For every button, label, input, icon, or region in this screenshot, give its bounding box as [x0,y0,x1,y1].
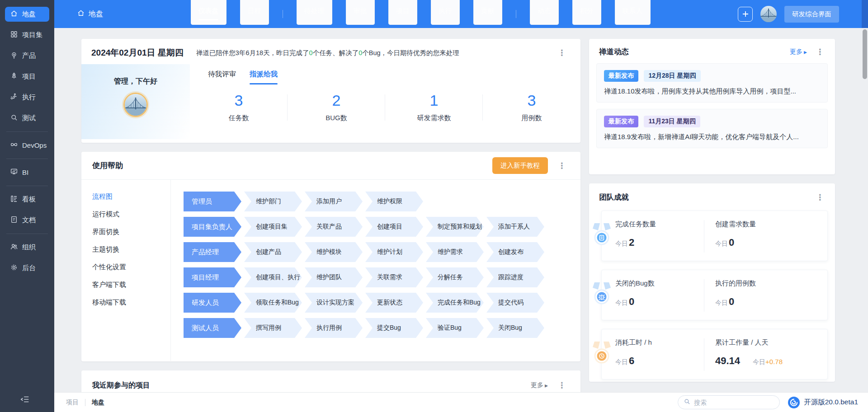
stat-value: 3 [190,93,288,108]
nav-item-contacts[interactable]: 联系人 [615,0,651,25]
search-input[interactable] [694,399,766,406]
card-menu-icon[interactable]: ⋮ [556,48,568,58]
sidebar: 地盘 项目集 产品 项目 执行 测试 [0,0,54,412]
flow-step: 创建项目集 [244,217,302,237]
flow-step: 创建发布 [486,242,544,262]
today-date: 2024年02月01日 星期四 [91,47,184,59]
sidebar-item-devops[interactable]: DevOps [5,138,49,153]
tutorial-button[interactable]: 进入新手教程 [492,157,548,174]
help-menu-theme-switch[interactable]: 主题切换 [92,241,170,258]
chart-board-icon [10,168,18,177]
card-menu-icon[interactable]: ⋮ [556,161,568,171]
achievement-prefix: 今日 [753,358,765,365]
flow-step: 设计实现方案 [305,293,363,313]
stat-bugs[interactable]: 2 BUG数 [288,93,385,122]
help-menu-mobile-client[interactable]: 移动端下载 [92,294,170,311]
sidebar-item-home[interactable]: 地盘 [5,7,49,22]
flow-step: 创建项目 [365,217,423,237]
sidebar-item-bi[interactable]: BI [5,165,49,180]
card-menu-icon[interactable]: ⋮ [814,47,826,57]
nav-item-dynamic[interactable]: 动态 [530,0,559,25]
message-part: 禅道已陪伴您3年6月18天，昨日完成了 [196,49,309,56]
flow-role: 管理员 [184,192,241,211]
recent-projects-title: 我近期参与的项目 [92,381,150,390]
more-link[interactable]: 更多▸ [790,48,807,56]
achievement-prefix: 今日 [615,358,628,366]
help-menu-flowchart[interactable]: 流程图 [92,188,170,206]
bulb-icon [10,51,18,61]
stat-stories[interactable]: 1 研发需求数 [385,93,483,122]
achievement-delta-value: +0.78 [765,358,783,365]
sidebar-item-label: 项目 [22,72,36,81]
news-date: 11月23日 星期四 [644,116,700,127]
nav-item-todo[interactable]: 待处理 [297,0,332,25]
help-card: 使用帮助 进入新手教程 ⋮ 流程图 运行模式 界面切换 主题切换 个性化设置 客… [81,152,580,361]
flow-row-developer: 研发人员 领取任务和Bug 设计实现方案 更新状态 完成任务和Bug 提交代码 [184,293,580,313]
stat-cases[interactable]: 3 用例数 [483,93,580,122]
nav-item-dashboard[interactable]: 仪表盘 [191,0,226,25]
flow-step: 维护权限 [365,192,423,211]
achievement-value: 49.14 [715,355,740,367]
nav-item-calendar[interactable]: 日程 [240,0,269,25]
sidebar-item-label: 产品 [22,52,36,60]
stat-label: BUG数 [288,114,385,122]
breadcrumb: 项目 地盘 [66,398,104,407]
sidebar-item-kanban[interactable]: 看板 [5,192,49,207]
achievement-prefix: 今日 [715,299,728,307]
news-item[interactable]: 最新发布 11月23日 星期四 禅道18.9发布啦，新增禅道AI聊天功能，优化客… [596,109,828,148]
search-box[interactable] [678,395,780,409]
flow-step: 维护需求 [426,242,484,262]
clock-medal-icon [591,340,612,369]
sidebar-item-admin[interactable]: 后台 [5,261,49,276]
achievement-prefix: 今日 [715,240,728,248]
sidebar-item-label: 测试 [22,114,36,122]
sidebar-item-project-sets[interactable]: 项目集 [5,28,49,42]
nav-item-contribution[interactable]: 贡献 [473,0,502,25]
breadcrumb-project[interactable]: 项目 [66,398,79,407]
avatar [123,93,148,117]
zentao-logo-icon[interactable] [788,397,800,408]
nav-item-score[interactable]: 积分 [572,0,601,25]
user-avatar[interactable] [760,6,777,22]
stat-tasks[interactable]: 3 任务数 [190,93,288,122]
page-scrollbar[interactable] [862,0,868,412]
flow-step: 完成任务和Bug [426,293,484,313]
sidebar-item-qa[interactable]: 测试 [5,111,49,126]
sidebar-item-projects[interactable]: 项目 [5,69,49,84]
help-menu-personalize[interactable]: 个性化设置 [92,258,170,276]
rnd-view-button[interactable]: 研发综合界面 [784,6,839,23]
breadcrumb-current[interactable]: 地盘 [92,398,104,407]
sidebar-item-docs[interactable]: 文档 [5,213,49,228]
card-menu-icon[interactable]: ⋮ [556,380,568,390]
help-menu-ui-switch[interactable]: 界面切换 [92,223,170,241]
nav-item-execution[interactable]: 执行 [431,0,460,25]
news-item[interactable]: 最新发布 12月28日 星期四 禅道18.10发布啦，用例库支持从其他用例库导入… [596,63,828,103]
help-card-title: 使用帮助 [92,160,123,171]
sidebar-divider [6,159,48,159]
grid-icon [10,30,18,40]
stat-label: 用例数 [483,114,580,122]
create-button[interactable] [738,7,753,22]
more-link[interactable]: 更多▸ [531,381,548,389]
sidebar-item-label: DevOps [22,141,47,149]
flow-step: 添加用户 [305,192,363,211]
achievement-value: 0 [629,296,634,308]
flow-step: 提交代码 [486,293,544,313]
sidebar-item-organization[interactable]: 组织 [5,240,49,255]
scrollbar-thumb[interactable] [863,29,867,79]
help-menu-desktop-client[interactable]: 客户端下载 [92,276,170,294]
tab-pending-review[interactable]: 待我评审 [208,70,236,84]
today-message: 禅道已陪伴您3年6月18天，昨日完成了0个任务、解决了0个Bug，今日期待优秀的… [196,49,459,57]
flow-role: 项目集负责人 [184,217,241,237]
tab-assigned-to-me[interactable]: 指派给我 [250,70,278,84]
nav-item-review[interactable]: 审批 [346,0,375,25]
sidebar-item-executions[interactable]: 执行 [5,90,49,105]
achievement-value: 2 [629,237,634,248]
card-menu-icon[interactable]: ⋮ [814,192,826,202]
sidebar-item-products[interactable]: 产品 [5,48,49,63]
nav-item-project[interactable]: 项目 [388,0,417,25]
chevron-right-icon: ▸ [545,382,548,389]
help-menu-run-mode[interactable]: 运行模式 [92,206,170,223]
home-icon [10,9,18,19]
collapse-sidebar-icon[interactable] [20,394,30,406]
